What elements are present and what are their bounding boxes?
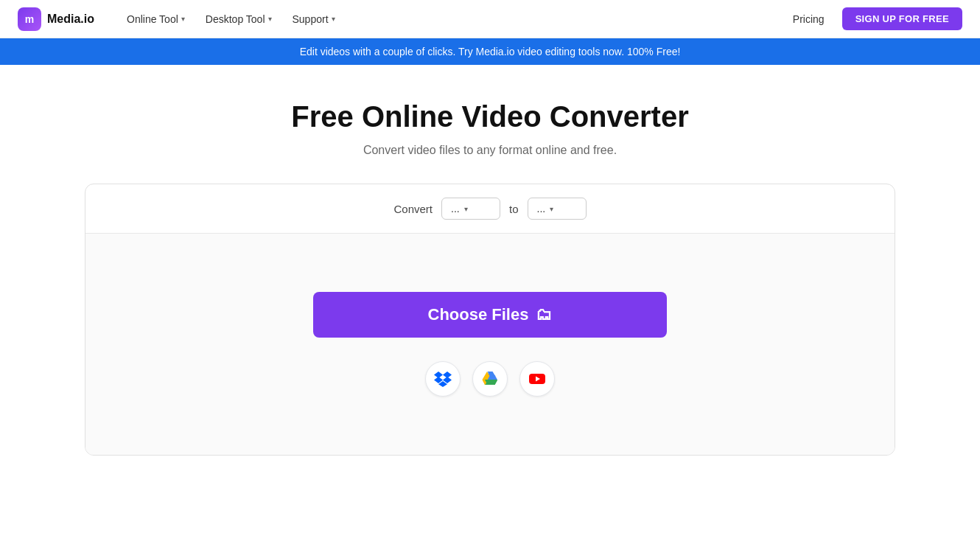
to-label: to <box>509 203 519 215</box>
google-drive-button[interactable] <box>472 361 508 397</box>
choose-files-button[interactable]: Choose Files 🗂 <box>313 292 667 338</box>
folder-icon: 🗂 <box>536 305 552 324</box>
nav-desktop-tool[interactable]: Desktop Tool ▾ <box>197 9 281 29</box>
convert-label: Convert <box>393 203 433 215</box>
logo-icon: m <box>18 7 41 31</box>
from-format-select[interactable]: ... ▾ <box>441 198 500 220</box>
converter-header: Convert ... ▾ to ... ▾ <box>85 184 895 234</box>
nav-online-tool[interactable]: Online Tool ▾ <box>118 9 194 29</box>
google-drive-icon <box>481 370 499 388</box>
youtube-icon <box>528 370 546 388</box>
pricing-link[interactable]: Pricing <box>793 13 825 25</box>
to-format-select[interactable]: ... ▾ <box>528 198 587 220</box>
dropbox-icon <box>434 370 452 388</box>
page-subtitle: Convert video files to any format online… <box>363 144 617 157</box>
dropbox-button[interactable] <box>425 361 461 397</box>
signup-button[interactable]: SIGN UP FOR FREE <box>842 7 962 30</box>
chevron-down-icon: ▾ <box>464 205 468 213</box>
from-format-value: ... <box>451 203 460 215</box>
youtube-button[interactable] <box>519 361 555 397</box>
page-title: Free Online Video Converter <box>291 100 688 133</box>
nav-support[interactable]: Support ▾ <box>284 9 344 29</box>
to-format-value: ... <box>537 203 546 215</box>
main-content: Free Online Video Converter Convert vide… <box>0 65 980 473</box>
logo-area[interactable]: m Media.io <box>18 7 94 31</box>
header-right: Pricing SIGN UP FOR FREE <box>793 7 962 30</box>
banner-text: Edit videos with a couple of clicks. Try… <box>300 46 681 57</box>
converter-box: Convert ... ▾ to ... ▾ Choose Files 🗂 <box>85 184 895 456</box>
header: m Media.io Online Tool ▾ Desktop Tool ▾ … <box>0 0 980 38</box>
logo-text: Media.io <box>47 13 94 26</box>
chevron-down-icon: ▾ <box>550 205 553 213</box>
chevron-down-icon: ▾ <box>181 15 185 23</box>
main-nav: Online Tool ▾ Desktop Tool ▾ Support ▾ <box>118 9 793 29</box>
cloud-source-icons <box>425 361 555 397</box>
chevron-down-icon: ▾ <box>332 15 335 23</box>
chevron-down-icon: ▾ <box>268 15 272 23</box>
choose-files-label: Choose Files <box>428 305 529 324</box>
drop-zone: Choose Files 🗂 <box>85 234 895 455</box>
promo-banner[interactable]: Edit videos with a couple of clicks. Try… <box>0 38 980 65</box>
